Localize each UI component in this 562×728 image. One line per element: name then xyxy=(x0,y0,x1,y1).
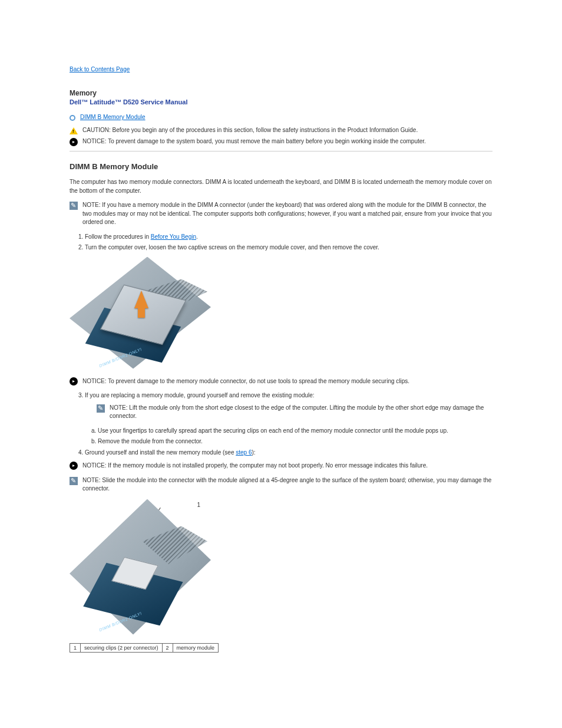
note-45deg-text: NOTE: Slide the module into the connecto… xyxy=(82,476,492,493)
toc-link-text[interactable]: DIMM B Memory Module xyxy=(80,114,146,120)
notice-not-seated-text: NOTICE: If the memory module is not inst… xyxy=(82,462,428,470)
toc-item[interactable]: DIMM B Memory Module xyxy=(70,114,492,121)
notice-icon xyxy=(70,138,78,146)
note-icon xyxy=(70,202,78,210)
step-3b: Remove the module from the connector. xyxy=(98,437,492,446)
step-3: If you are replacing a memory module, gr… xyxy=(85,391,492,446)
caution-text: CAUTION: Before you begin any of the pro… xyxy=(82,127,418,133)
note-icon xyxy=(70,477,78,485)
back-to-contents[interactable]: Back to Contents Page xyxy=(70,66,492,73)
notice-tools: NOTICE: To prevent damage to the memory … xyxy=(70,377,492,386)
figure-remove-cover: DIMM B/DDR2 ONLY! xyxy=(70,257,211,369)
toc-list: DIMM B Memory Module xyxy=(70,114,492,121)
step-4: Ground yourself and install the new memo… xyxy=(85,449,492,457)
figure-remove-module: 1 DIMM B/DDR2 ONLY! xyxy=(70,499,211,635)
notice-not-seated: NOTICE: If the memory module is not inst… xyxy=(70,462,492,470)
step-3a: Use your fingertips to carefully spread … xyxy=(98,427,492,436)
divider xyxy=(70,151,492,151)
caution-block: CAUTION: Before you begin any of the pro… xyxy=(70,127,492,134)
cell-desc: securing clips (2 per connector) xyxy=(81,643,163,652)
before-you-begin-link[interactable]: Before You Begin xyxy=(151,233,196,240)
note-45deg: NOTE: Slide the module into the connecto… xyxy=(70,476,492,493)
step-1: Follow the procedures in Before You Begi… xyxy=(85,233,492,242)
cell-desc: memory module xyxy=(173,643,219,652)
note-matched-pair: NOTE: If you have a memory module in the… xyxy=(70,201,492,227)
arrow-up-icon xyxy=(134,291,148,308)
intro-para: The computer has two memory module conne… xyxy=(70,178,492,195)
step6-link[interactable]: step 6 xyxy=(236,449,252,456)
steps-list-1: Follow the procedures in Before You Begi… xyxy=(70,233,492,252)
notice-text: NOTICE: To prevent damage to the system … xyxy=(82,138,426,144)
step-3-substeps: Use your fingertips to carefully spread … xyxy=(85,427,492,446)
manual-subtitle: Dell™ Latitude™ D520 Service Manual xyxy=(70,98,492,106)
page-content: Back to Contents Page Memory Dell™ Latit… xyxy=(0,0,562,676)
note-lift: NOTE: Lift the module only from the shor… xyxy=(97,404,492,421)
cell-num: 2 xyxy=(162,643,173,652)
page-title: Memory xyxy=(70,89,492,97)
callout-table: 1 securing clips (2 per connector) 2 mem… xyxy=(70,643,219,653)
note-matched-pair-text: NOTE: If you have a memory module in the… xyxy=(82,201,492,227)
back-link-text[interactable]: Back to Contents Page xyxy=(70,66,130,73)
notice-tools-text: NOTICE: To prevent damage to the memory … xyxy=(82,377,409,386)
dimm-b-heading: DIMM B Memory Module xyxy=(70,162,492,171)
bullet-icon xyxy=(70,115,75,121)
cell-num: 1 xyxy=(70,643,81,652)
notice-block: NOTICE: To prevent damage to the system … xyxy=(70,138,492,146)
caution-icon xyxy=(70,127,78,134)
note-lift-text: NOTE: Lift the module only from the shor… xyxy=(110,404,492,421)
steps-list-2: If you are replacing a memory module, gr… xyxy=(70,391,492,457)
step-2: Turn the computer over, loosen the two c… xyxy=(85,243,492,252)
table-row: 1 securing clips (2 per connector) 2 mem… xyxy=(70,643,219,652)
notice-icon xyxy=(70,462,78,470)
notice-icon xyxy=(70,377,78,386)
note-icon xyxy=(97,404,105,413)
